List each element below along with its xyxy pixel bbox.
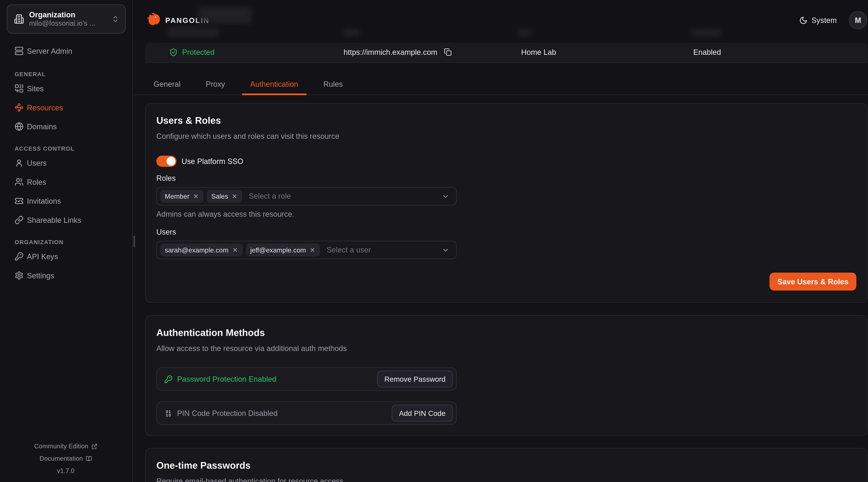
tab-proxy[interactable]: Proxy <box>197 74 233 95</box>
sidebar-item-shareable-links[interactable]: Shareable Links <box>7 211 125 230</box>
users-multiselect[interactable]: sarah@example.com jeff@example.com Selec… <box>156 240 457 259</box>
sidebar-item-roles[interactable]: Roles <box>7 172 125 192</box>
chevron-down-icon <box>442 192 450 200</box>
sidebar-item-label: Users <box>27 159 47 167</box>
resource-enabled: Enabled <box>693 45 721 59</box>
card-title: Authentication Methods <box>156 327 856 339</box>
resource-header: Protected https://immich.example.com Hom… <box>145 42 867 63</box>
sidebar-section-organization: ORGANIZATION <box>7 238 125 245</box>
roles-multiselect[interactable]: Member Sales Select a role <box>156 187 457 205</box>
password-protection-row: Password Protection Enabled Remove Passw… <box>156 367 457 391</box>
org-switcher-text: Organization milo@fossorial.io's ... <box>29 10 111 28</box>
redacted-blob <box>166 27 220 37</box>
documentation-link[interactable]: Documentation <box>39 455 92 462</box>
sidebar-resize-handle[interactable] <box>133 236 135 248</box>
remove-chip-icon[interactable] <box>232 247 238 253</box>
role-chip-label: Member <box>165 192 189 200</box>
pin-protection-row: PIN Code Protection Disabled Add PIN Cod… <box>156 401 457 425</box>
redacted-blob <box>516 29 532 36</box>
resource-url: https://immich.example.com <box>344 45 452 59</box>
user-icon <box>14 158 24 167</box>
chevron-down-icon <box>442 246 450 254</box>
users-field-label: Users <box>156 228 856 236</box>
sidebar-item-users[interactable]: Users <box>7 153 125 172</box>
binary-icon <box>164 409 173 417</box>
remove-password-button[interactable]: Remove Password <box>377 371 453 387</box>
card-subtitle: Configure which users and roles can visi… <box>156 131 856 141</box>
users-placeholder: Select a user <box>327 246 438 254</box>
sso-toggle[interactable] <box>156 156 177 167</box>
roles-field-label: Roles <box>156 174 856 182</box>
community-edition-link[interactable]: Community Edition <box>34 442 97 450</box>
sidebar-item-label: API Keys <box>27 252 58 261</box>
user-chip: jeff@example.com <box>246 244 320 256</box>
sidebar-item-label: Shareable Links <box>27 216 81 224</box>
sidebar-item-settings[interactable]: Settings <box>7 266 125 285</box>
pangolin-logo-icon <box>145 12 161 29</box>
users-roles-card: Users & Roles Configure which users and … <box>145 103 867 303</box>
user-chip: sarah@example.com <box>160 244 242 256</box>
user-chip-label: jeff@example.com <box>250 246 306 254</box>
shield-check-icon <box>169 48 178 56</box>
pin-status: PIN Code Protection Disabled <box>164 409 392 417</box>
sidebar-item-invitations[interactable]: Invitations <box>7 191 125 211</box>
remove-chip-icon[interactable] <box>309 247 316 253</box>
app-root: Organization milo@fossorial.io's ... Ser… <box>0 0 868 482</box>
theme-toggle[interactable]: System <box>799 16 837 24</box>
tab-authentication[interactable]: Authentication <box>242 74 307 95</box>
org-switcher[interactable]: Organization milo@fossorial.io's ... <box>7 4 125 34</box>
redacted-blob <box>691 29 723 36</box>
copy-icon[interactable] <box>444 48 452 56</box>
community-edition-label: Community Edition <box>34 442 88 450</box>
key-icon <box>164 375 173 383</box>
role-chip: Member <box>160 190 204 203</box>
avatar[interactable]: M <box>849 11 867 29</box>
sidebar-section-general: GENERAL <box>7 71 125 77</box>
topbar-actions: System M <box>799 0 867 40</box>
sidebar-item-resources[interactable]: Resources <box>7 98 125 117</box>
waypoints-icon <box>14 103 24 112</box>
resource-status-label: Protected <box>182 48 215 56</box>
toggle-knob <box>166 157 176 166</box>
sidebar-nav: Server Admin GENERAL Sites Resources <box>0 41 132 285</box>
add-pin-code-button[interactable]: Add PIN Code <box>392 405 453 422</box>
redacted-blob <box>341 29 360 36</box>
sidebar-item-sites[interactable]: Sites <box>7 79 125 98</box>
sidebar-section-access-control: ACCESS CONTROL <box>7 145 125 152</box>
ticket-check-icon <box>14 197 24 205</box>
admins-note: Admins can always access this resource. <box>156 210 856 219</box>
auth-methods-card: Authentication Methods Allow access to t… <box>145 315 867 436</box>
external-link-icon <box>91 443 97 449</box>
user-chip-label: sarah@example.com <box>165 246 228 254</box>
roles-placeholder: Select a role <box>249 192 438 200</box>
remove-chip-icon[interactable] <box>193 193 199 199</box>
book-open-icon <box>86 455 92 461</box>
tab-rules[interactable]: Rules <box>315 74 351 95</box>
role-chip: Sales <box>207 190 242 203</box>
resource-site-value: Home Lab <box>521 48 556 56</box>
redacted-blob <box>198 7 252 24</box>
building-icon <box>14 14 24 24</box>
remove-chip-icon[interactable] <box>231 193 238 199</box>
sidebar-item-label: Domains <box>27 122 57 131</box>
globe-icon <box>14 122 24 131</box>
save-users-roles-button[interactable]: Save Users & Roles <box>770 272 856 290</box>
sidebar-item-server-admin[interactable]: Server Admin <box>7 41 125 61</box>
otp-card: One-time Passwords Require email-based a… <box>145 448 867 482</box>
card-title: Users & Roles <box>156 115 856 127</box>
card-title: One-time Passwords <box>156 460 856 472</box>
sidebar-item-label: Roles <box>27 178 46 186</box>
chevrons-up-down-icon <box>111 15 119 23</box>
documentation-label: Documentation <box>39 455 83 462</box>
pin-status-label: PIN Code Protection Disabled <box>177 409 278 417</box>
sso-toggle-label: Use Platform SSO <box>182 157 243 165</box>
tab-general[interactable]: General <box>145 74 189 95</box>
sidebar-item-label: Server Admin <box>27 47 72 55</box>
users-icon <box>14 178 24 187</box>
avatar-initial: M <box>855 16 861 24</box>
sidebar-item-api-keys[interactable]: API Keys <box>7 247 125 266</box>
tabs: General Proxy Authentication Rules <box>145 74 351 95</box>
org-switcher-label: Organization <box>29 10 111 20</box>
sidebar-item-domains[interactable]: Domains <box>7 117 125 136</box>
resource-url-value: https://immich.example.com <box>344 48 437 56</box>
